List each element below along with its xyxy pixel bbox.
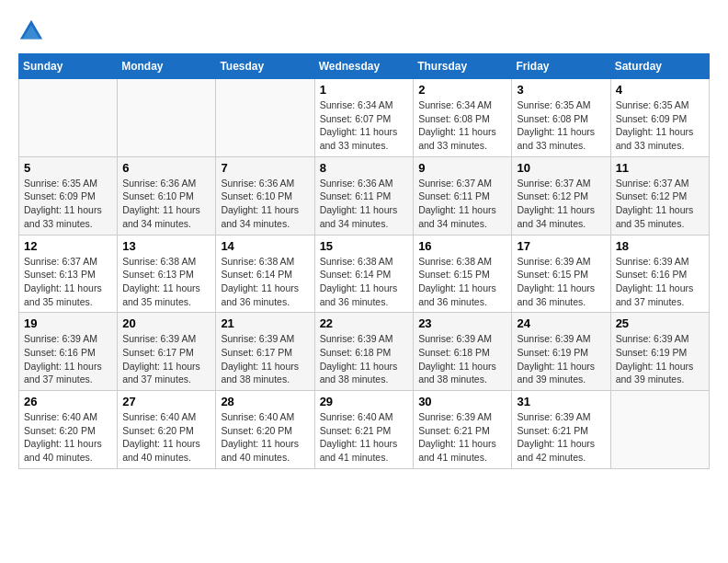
day-info: Sunrise: 6:38 AM Sunset: 6:15 PM Dayligh… [418, 255, 506, 309]
day-number: 31 [517, 395, 605, 408]
day-info: Sunrise: 6:37 AM Sunset: 6:13 PM Dayligh… [24, 255, 112, 309]
calendar-cell: 26Sunrise: 6:40 AM Sunset: 6:20 PM Dayli… [19, 391, 118, 469]
day-info: Sunrise: 6:38 AM Sunset: 6:13 PM Dayligh… [122, 255, 210, 309]
day-number: 10 [517, 161, 605, 175]
calendar-cell: 18Sunrise: 6:39 AM Sunset: 6:16 PM Dayli… [610, 235, 709, 313]
day-number: 15 [320, 239, 409, 253]
day-header-sunday: Sunday [19, 54, 118, 79]
calendar-cell: 25Sunrise: 6:39 AM Sunset: 6:19 PM Dayli… [610, 313, 709, 391]
calendar-cell: 3Sunrise: 6:35 AM Sunset: 6:08 PM Daylig… [512, 79, 610, 157]
day-info: Sunrise: 6:37 AM Sunset: 6:12 PM Dayligh… [616, 177, 704, 231]
day-number: 16 [418, 239, 506, 253]
day-number: 5 [24, 161, 112, 175]
calendar-cell: 9Sunrise: 6:37 AM Sunset: 6:11 PM Daylig… [414, 156, 512, 235]
calendar-table: SundayMondayTuesdayWednesdayThursdayFrid… [18, 53, 710, 469]
calendar-cell: 13Sunrise: 6:38 AM Sunset: 6:13 PM Dayli… [118, 235, 216, 313]
calendar-cell: 6Sunrise: 6:36 AM Sunset: 6:10 PM Daylig… [118, 156, 216, 235]
calendar-week-row: 19Sunrise: 6:39 AM Sunset: 6:16 PM Dayli… [19, 313, 710, 391]
calendar-cell: 20Sunrise: 6:39 AM Sunset: 6:17 PM Dayli… [118, 313, 216, 391]
day-number: 26 [24, 395, 112, 408]
calendar-header-row: SundayMondayTuesdayWednesdayThursdayFrid… [19, 54, 710, 79]
day-info: Sunrise: 6:35 AM Sunset: 6:08 PM Dayligh… [517, 98, 605, 153]
day-info: Sunrise: 6:38 AM Sunset: 6:14 PM Dayligh… [320, 255, 409, 309]
day-number: 28 [221, 395, 309, 408]
day-number: 21 [221, 316, 309, 330]
day-number: 23 [418, 316, 506, 330]
day-header-wednesday: Wednesday [314, 54, 414, 79]
calendar-cell: 4Sunrise: 6:35 AM Sunset: 6:09 PM Daylig… [610, 79, 709, 157]
calendar-cell [19, 79, 118, 157]
calendar-cell: 21Sunrise: 6:39 AM Sunset: 6:17 PM Dayli… [216, 313, 314, 391]
calendar-cell: 10Sunrise: 6:37 AM Sunset: 6:12 PM Dayli… [512, 156, 610, 235]
day-number: 27 [122, 395, 210, 408]
calendar-cell: 17Sunrise: 6:39 AM Sunset: 6:15 PM Dayli… [512, 235, 610, 313]
day-info: Sunrise: 6:40 AM Sunset: 6:20 PM Dayligh… [24, 410, 112, 465]
calendar-cell: 14Sunrise: 6:38 AM Sunset: 6:14 PM Dayli… [216, 235, 314, 313]
day-info: Sunrise: 6:36 AM Sunset: 6:11 PM Dayligh… [320, 177, 409, 231]
day-number: 3 [517, 83, 605, 97]
day-info: Sunrise: 6:34 AM Sunset: 6:08 PM Dayligh… [418, 98, 506, 153]
day-number: 1 [320, 83, 409, 97]
calendar-cell: 23Sunrise: 6:39 AM Sunset: 6:18 PM Dayli… [414, 313, 512, 391]
calendar-cell [610, 391, 709, 469]
day-number: 2 [418, 83, 506, 97]
day-header-monday: Monday [118, 54, 216, 79]
calendar-cell: 11Sunrise: 6:37 AM Sunset: 6:12 PM Dayli… [610, 156, 709, 235]
day-number: 25 [616, 316, 704, 330]
calendar-cell: 15Sunrise: 6:38 AM Sunset: 6:14 PM Dayli… [314, 235, 414, 313]
day-info: Sunrise: 6:39 AM Sunset: 6:17 PM Dayligh… [221, 332, 309, 386]
calendar-cell: 31Sunrise: 6:39 AM Sunset: 6:21 PM Dayli… [512, 391, 610, 469]
day-info: Sunrise: 6:36 AM Sunset: 6:10 PM Dayligh… [122, 177, 210, 231]
day-info: Sunrise: 6:39 AM Sunset: 6:19 PM Dayligh… [517, 332, 605, 386]
day-number: 11 [616, 161, 704, 175]
day-info: Sunrise: 6:40 AM Sunset: 6:21 PM Dayligh… [320, 410, 409, 465]
calendar-cell: 7Sunrise: 6:36 AM Sunset: 6:10 PM Daylig… [216, 156, 314, 235]
calendar-cell: 22Sunrise: 6:39 AM Sunset: 6:18 PM Dayli… [314, 313, 414, 391]
page-header [18, 18, 710, 44]
day-info: Sunrise: 6:37 AM Sunset: 6:12 PM Dayligh… [517, 177, 605, 231]
calendar-week-row: 12Sunrise: 6:37 AM Sunset: 6:13 PM Dayli… [19, 235, 710, 313]
calendar-cell: 29Sunrise: 6:40 AM Sunset: 6:21 PM Dayli… [314, 391, 414, 469]
day-number: 18 [616, 239, 704, 253]
day-number: 7 [221, 161, 309, 175]
calendar-cell: 30Sunrise: 6:39 AM Sunset: 6:21 PM Dayli… [414, 391, 512, 469]
calendar-week-row: 1Sunrise: 6:34 AM Sunset: 6:07 PM Daylig… [19, 79, 710, 157]
calendar-cell: 27Sunrise: 6:40 AM Sunset: 6:20 PM Dayli… [118, 391, 216, 469]
day-header-friday: Friday [512, 54, 610, 79]
logo-icon [18, 18, 44, 44]
day-info: Sunrise: 6:36 AM Sunset: 6:10 PM Dayligh… [221, 177, 309, 231]
day-header-tuesday: Tuesday [216, 54, 314, 79]
day-info: Sunrise: 6:39 AM Sunset: 6:21 PM Dayligh… [418, 410, 506, 465]
day-info: Sunrise: 6:37 AM Sunset: 6:11 PM Dayligh… [418, 177, 506, 231]
day-info: Sunrise: 6:39 AM Sunset: 6:15 PM Dayligh… [517, 255, 605, 309]
calendar-cell: 24Sunrise: 6:39 AM Sunset: 6:19 PM Dayli… [512, 313, 610, 391]
day-info: Sunrise: 6:38 AM Sunset: 6:14 PM Dayligh… [221, 255, 309, 309]
day-number: 12 [24, 239, 112, 253]
day-number: 4 [616, 83, 704, 97]
calendar-cell: 8Sunrise: 6:36 AM Sunset: 6:11 PM Daylig… [314, 156, 414, 235]
day-info: Sunrise: 6:39 AM Sunset: 6:16 PM Dayligh… [24, 332, 112, 386]
calendar-cell: 1Sunrise: 6:34 AM Sunset: 6:07 PM Daylig… [314, 79, 414, 157]
day-number: 29 [320, 395, 409, 408]
calendar-cell: 16Sunrise: 6:38 AM Sunset: 6:15 PM Dayli… [414, 235, 512, 313]
day-info: Sunrise: 6:39 AM Sunset: 6:18 PM Dayligh… [320, 332, 409, 386]
day-number: 20 [122, 316, 210, 330]
day-info: Sunrise: 6:39 AM Sunset: 6:16 PM Dayligh… [616, 255, 704, 309]
day-info: Sunrise: 6:39 AM Sunset: 6:17 PM Dayligh… [122, 332, 210, 386]
day-number: 17 [517, 239, 605, 253]
day-number: 30 [418, 395, 506, 408]
calendar-week-row: 26Sunrise: 6:40 AM Sunset: 6:20 PM Dayli… [19, 391, 710, 469]
day-header-thursday: Thursday [414, 54, 512, 79]
day-info: Sunrise: 6:35 AM Sunset: 6:09 PM Dayligh… [24, 177, 112, 231]
calendar-cell: 19Sunrise: 6:39 AM Sunset: 6:16 PM Dayli… [19, 313, 118, 391]
day-info: Sunrise: 6:34 AM Sunset: 6:07 PM Dayligh… [320, 98, 409, 153]
calendar-cell: 12Sunrise: 6:37 AM Sunset: 6:13 PM Dayli… [19, 235, 118, 313]
calendar-week-row: 5Sunrise: 6:35 AM Sunset: 6:09 PM Daylig… [19, 156, 710, 235]
day-number: 6 [122, 161, 210, 175]
day-info: Sunrise: 6:40 AM Sunset: 6:20 PM Dayligh… [122, 410, 210, 465]
calendar-cell [216, 79, 314, 157]
day-number: 9 [418, 161, 506, 175]
day-number: 19 [24, 316, 112, 330]
calendar-cell: 28Sunrise: 6:40 AM Sunset: 6:20 PM Dayli… [216, 391, 314, 469]
day-info: Sunrise: 6:39 AM Sunset: 6:19 PM Dayligh… [616, 332, 704, 386]
